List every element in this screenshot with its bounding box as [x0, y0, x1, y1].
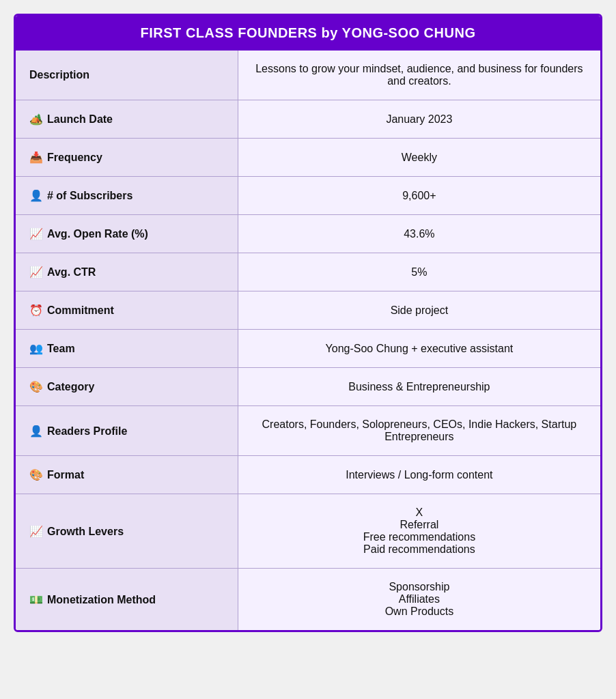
table-row: 💵Monetization MethodSponsorshipAffiliate…	[16, 569, 600, 631]
table-row: 📈Avg. Open Rate (%)43.6%	[16, 215, 600, 253]
table-row: DescriptionLessons to grow your mindset,…	[16, 51, 600, 100]
label-text-format: Format	[47, 469, 84, 481]
table-row: 📈Growth LeversXReferralFree recommendati…	[16, 494, 600, 569]
main-card: FIRST CLASS FOUNDERS by YONG-SOO CHUNG D…	[14, 14, 602, 632]
label-text-growth-levers: Growth Levers	[47, 526, 124, 537]
value-cell-open-rate: 43.6%	[238, 215, 600, 253]
value-cell-commitment: Side project	[238, 291, 600, 330]
label-text-readers-profile: Readers Profile	[47, 425, 127, 437]
emoji-subscribers: 👤	[29, 190, 43, 201]
table-row: 🎨CategoryBusiness & Entrepreneurship	[16, 368, 600, 406]
label-cell-open-rate: 📈Avg. Open Rate (%)	[16, 215, 238, 253]
value-cell-monetization: SponsorshipAffiliatesOwn Products	[238, 569, 600, 631]
value-line-growth-levers-2: Free recommendations	[363, 531, 476, 543]
value-line-growth-levers-3: Paid recommendations	[363, 543, 475, 555]
label-cell-category: 🎨Category	[16, 368, 238, 406]
label-cell-format: 🎨Format	[16, 456, 238, 494]
value-cell-subscribers: 9,600+	[238, 177, 600, 215]
value-line-monetization-2: Own Products	[385, 605, 453, 617]
label-text-launch-date: Launch Date	[47, 113, 113, 125]
value-line-monetization-1: Affiliates	[399, 593, 440, 605]
label-cell-team: 👥Team	[16, 330, 238, 368]
value-cell-category: Business & Entrepreneurship	[238, 368, 600, 406]
value-line-growth-levers-0: X	[416, 507, 423, 518]
emoji-launch-date: 🏕️	[29, 113, 43, 125]
value-cell-growth-levers: XReferralFree recommendationsPaid recomm…	[238, 494, 600, 569]
label-text-frequency: Frequency	[47, 152, 102, 163]
label-cell-commitment: ⏰Commitment	[16, 291, 238, 330]
label-text-commitment: Commitment	[47, 304, 114, 316]
label-cell-launch-date: 🏕️Launch Date	[16, 100, 238, 139]
label-text-open-rate: Avg. Open Rate (%)	[47, 228, 148, 240]
label-cell-description: Description	[16, 51, 238, 100]
value-cell-ctr: 5%	[238, 253, 600, 291]
emoji-growth-levers: 📈	[29, 526, 43, 537]
label-cell-subscribers: 👤# of Subscribers	[16, 177, 238, 215]
value-cell-format: Interviews / Long-form content	[238, 456, 600, 494]
table-row: 📥FrequencyWeekly	[16, 139, 600, 177]
label-text-category: Category	[47, 381, 94, 393]
label-cell-readers-profile: 👤Readers Profile	[16, 406, 238, 456]
table-row: 👥TeamYong-Soo Chung + executive assistan…	[16, 330, 600, 368]
value-cell-description: Lessons to grow your mindset, audience, …	[238, 51, 600, 100]
emoji-frequency: 📥	[29, 152, 43, 163]
value-cell-readers-profile: Creators, Founders, Solopreneurs, CEOs, …	[238, 406, 600, 456]
table-row: ⏰CommitmentSide project	[16, 291, 600, 330]
value-line-growth-levers-1: Referral	[400, 519, 438, 530]
label-cell-monetization: 💵Monetization Method	[16, 569, 238, 631]
emoji-ctr: 📈	[29, 266, 43, 278]
emoji-commitment: ⏰	[29, 304, 43, 316]
table-row: 📈Avg. CTR5%	[16, 253, 600, 291]
label-cell-growth-levers: 📈Growth Levers	[16, 494, 238, 569]
value-cell-launch-date: January 2023	[238, 100, 600, 139]
label-cell-frequency: 📥Frequency	[16, 139, 238, 177]
emoji-monetization: 💵	[29, 594, 43, 605]
label-text-team: Team	[47, 343, 75, 354]
value-cell-frequency: Weekly	[238, 139, 600, 177]
emoji-format: 🎨	[29, 469, 43, 481]
label-cell-ctr: 📈Avg. CTR	[16, 253, 238, 291]
value-line-monetization-0: Sponsorship	[389, 581, 449, 593]
label-text-description: Description	[29, 69, 89, 81]
table-row: 👤Readers ProfileCreators, Founders, Solo…	[16, 406, 600, 456]
emoji-team: 👥	[29, 343, 43, 354]
label-text-monetization: Monetization Method	[47, 594, 156, 605]
table-row: 👤# of Subscribers9,600+	[16, 177, 600, 215]
emoji-category: 🎨	[29, 381, 43, 393]
table-row: 🎨FormatInterviews / Long-form content	[16, 456, 600, 494]
table-row: 🏕️Launch DateJanuary 2023	[16, 100, 600, 139]
label-text-subscribers: # of Subscribers	[47, 190, 132, 201]
emoji-readers-profile: 👤	[29, 425, 43, 437]
card-title: FIRST CLASS FOUNDERS by YONG-SOO CHUNG	[16, 16, 600, 51]
value-cell-team: Yong-Soo Chung + executive assistant	[238, 330, 600, 368]
label-text-ctr: Avg. CTR	[47, 266, 96, 278]
info-table: DescriptionLessons to grow your mindset,…	[16, 51, 600, 630]
emoji-open-rate: 📈	[29, 228, 43, 240]
